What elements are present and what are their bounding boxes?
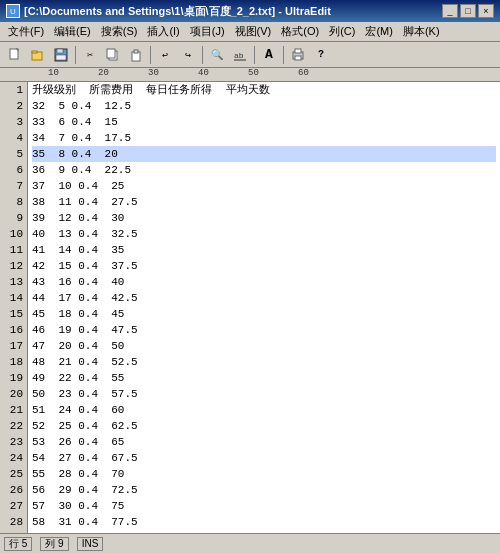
line-number: 19 <box>4 370 23 386</box>
code-line: 52 25 0.4 62.5 <box>32 418 496 434</box>
font-button[interactable]: A <box>258 45 280 65</box>
menu-view[interactable]: 视图(V) <box>231 23 276 40</box>
status-line: 行 5 <box>4 537 32 551</box>
line-number: 2 <box>4 98 23 114</box>
code-line: 39 12 0.4 30 <box>32 210 496 226</box>
svg-rect-9 <box>134 50 138 53</box>
find-button[interactable]: 🔍 <box>206 45 228 65</box>
line-number: 11 <box>4 242 23 258</box>
code-line: 40 13 0.4 32.5 <box>32 226 496 242</box>
svg-rect-4 <box>57 49 63 53</box>
svg-text:ab: ab <box>234 51 244 60</box>
svg-rect-14 <box>295 56 301 60</box>
code-line: 37 10 0.4 25 <box>32 178 496 194</box>
line-number: 13 <box>4 274 23 290</box>
code-line: 50 23 0.4 57.5 <box>32 386 496 402</box>
title-bar-left: U [C:\Documents and Settings\1\桌面\百度_2_2… <box>6 4 331 19</box>
redo-button[interactable]: ↪ <box>177 45 199 65</box>
line-number: 14 <box>4 290 23 306</box>
code-line: 35 8 0.4 20 <box>32 146 496 162</box>
replace-button[interactable]: ab <box>229 45 251 65</box>
code-line: 34 7 0.4 17.5 <box>32 130 496 146</box>
title-text: [C:\Documents and Settings\1\桌面\百度_2_2.t… <box>24 4 331 19</box>
line-number: 15 <box>4 306 23 322</box>
cut-button[interactable]: ✂ <box>79 45 101 65</box>
ruler-mark-60: 60 <box>298 68 309 78</box>
toolbar: ✂ ↩ ↪ 🔍 ab A ? <box>0 42 500 68</box>
menu-search[interactable]: 搜索(S) <box>97 23 142 40</box>
editor-container: 1234567891011121314151617181920212223242… <box>0 82 500 533</box>
menu-script[interactable]: 脚本(K) <box>399 23 444 40</box>
editor-content[interactable]: 升级级别 所需费用 每日任务所得 平均天数32 5 0.4 12.533 6 0… <box>28 82 500 533</box>
undo-button[interactable]: ↩ <box>154 45 176 65</box>
line-number: 7 <box>4 178 23 194</box>
code-line: 53 26 0.4 65 <box>32 434 496 450</box>
code-line: 49 22 0.4 55 <box>32 370 496 386</box>
ruler-mark-30: 30 <box>148 68 159 78</box>
code-line: 41 14 0.4 35 <box>32 242 496 258</box>
line-number: 24 <box>4 450 23 466</box>
status-ins: INS <box>77 537 104 551</box>
menu-bar: 文件(F) 编辑(E) 搜索(S) 插入(I) 项目(J) 视图(V) 格式(O… <box>0 22 500 42</box>
title-bar-controls: _ □ × <box>442 4 494 18</box>
line-number: 27 <box>4 498 23 514</box>
svg-rect-5 <box>56 55 66 60</box>
line-number: 3 <box>4 114 23 130</box>
help-button[interactable]: ? <box>310 45 332 65</box>
menu-project[interactable]: 项目(J) <box>186 23 229 40</box>
code-line: 54 27 0.4 67.5 <box>32 450 496 466</box>
menu-column[interactable]: 列(C) <box>325 23 359 40</box>
ruler-mark-10: 10 <box>48 68 59 78</box>
menu-format[interactable]: 格式(O) <box>277 23 323 40</box>
svg-rect-2 <box>32 51 37 53</box>
line-number: 20 <box>4 386 23 402</box>
code-line: 36 9 0.4 22.5 <box>32 162 496 178</box>
open-button[interactable] <box>27 45 49 65</box>
new-button[interactable] <box>4 45 26 65</box>
code-line: 59 32 0.4 80 <box>32 530 496 533</box>
code-line: 45 18 0.4 45 <box>32 306 496 322</box>
status-col: 列 9 <box>40 537 68 551</box>
line-number: 22 <box>4 418 23 434</box>
svg-rect-13 <box>295 49 301 53</box>
code-line: 46 19 0.4 47.5 <box>32 322 496 338</box>
line-number: 1 <box>4 82 23 98</box>
menu-insert[interactable]: 插入(I) <box>143 23 183 40</box>
ruler: 10 20 30 40 50 60 <box>0 68 500 82</box>
minimize-button[interactable]: _ <box>442 4 458 18</box>
sep2 <box>150 46 151 64</box>
paste-button[interactable] <box>125 45 147 65</box>
line-number: 9 <box>4 210 23 226</box>
menu-macro[interactable]: 宏(M) <box>361 23 397 40</box>
ruler-mark-40: 40 <box>198 68 209 78</box>
line-number: 18 <box>4 354 23 370</box>
save-button[interactable] <box>50 45 72 65</box>
menu-file[interactable]: 文件(F) <box>4 23 48 40</box>
code-line: 48 21 0.4 52.5 <box>32 354 496 370</box>
sep3 <box>202 46 203 64</box>
line-number: 21 <box>4 402 23 418</box>
sep1 <box>75 46 76 64</box>
code-line: 38 11 0.4 27.5 <box>32 194 496 210</box>
maximize-button[interactable]: □ <box>460 4 476 18</box>
status-bar: 行 5 列 9 INS <box>0 533 500 553</box>
close-button[interactable]: × <box>478 4 494 18</box>
svg-rect-0 <box>10 49 18 59</box>
code-line: 32 5 0.4 12.5 <box>32 98 496 114</box>
code-line: 51 24 0.4 60 <box>32 402 496 418</box>
copy-button[interactable] <box>102 45 124 65</box>
line-number: 28 <box>4 514 23 530</box>
app-icon: U <box>6 4 20 18</box>
code-line: 58 31 0.4 77.5 <box>32 514 496 530</box>
menu-edit[interactable]: 编辑(E) <box>50 23 95 40</box>
print-button[interactable] <box>287 45 309 65</box>
ruler-mark-50: 50 <box>248 68 259 78</box>
code-line: 56 29 0.4 72.5 <box>32 482 496 498</box>
code-line: 升级级别 所需费用 每日任务所得 平均天数 <box>32 82 496 98</box>
svg-rect-7 <box>107 49 115 58</box>
line-number: 17 <box>4 338 23 354</box>
code-line: 57 30 0.4 75 <box>32 498 496 514</box>
line-number: 10 <box>4 226 23 242</box>
sep5 <box>283 46 284 64</box>
sep4 <box>254 46 255 64</box>
